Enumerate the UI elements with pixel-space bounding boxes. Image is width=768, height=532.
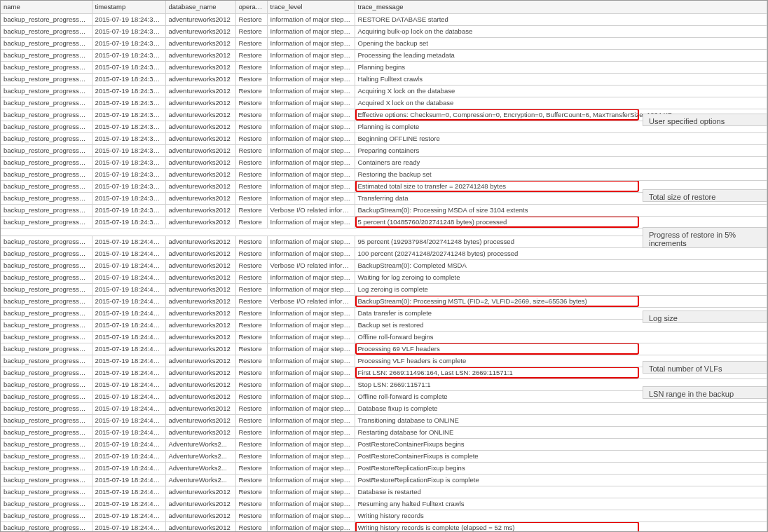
cell-trace-level: Information of major steps in ...: [267, 462, 355, 474]
table-row[interactable]: backup_restore_progress_trace2015-07-19 …: [1, 85, 767, 97]
col-operation[interactable]: operati...: [235, 1, 267, 13]
cell-operation: Restore: [235, 121, 267, 132]
table-row[interactable]: backup_restore_progress_trace2015-07-19 …: [1, 168, 767, 180]
cell-database-name: adventureworks2012: [165, 283, 235, 295]
cell-trace-message: Beginning OFFLINE restore: [355, 132, 767, 144]
cell-name: backup_restore_progress_trace: [1, 37, 92, 49]
cell-name: backup_restore_progress_trace: [1, 438, 92, 450]
cell-operation: Restore: [235, 390, 267, 402]
cell-trace-level: Information of major steps in ...: [267, 168, 355, 180]
table-row[interactable]: backup_restore_progress_trace2015-07-19 …: [1, 295, 767, 307]
cell-name: backup_restore_progress_trace: [1, 367, 92, 378]
cell-timestamp: 2015-07-19 18:24:40...: [92, 259, 165, 271]
cell-timestamp: 2015-07-19 18:24:38...: [92, 121, 165, 132]
table-row[interactable]: backup_restore_progress_trace2015-07-19 …: [1, 414, 767, 426]
table-row[interactable]: backup_restore_progress_trace2015-07-19 …: [1, 259, 767, 271]
table-row[interactable]: backup_restore_progress_trace2015-07-19 …: [1, 438, 767, 450]
table-row[interactable]: backup_restore_progress_trace2015-07-19 …: [1, 402, 767, 414]
cell-operation: Restore: [235, 85, 267, 97]
col-timestamp[interactable]: timestamp: [92, 1, 165, 13]
cell-trace-message: Acquiring bulk-op lock on the database: [355, 25, 767, 37]
cell-name: backup_restore_progress_trace: [1, 295, 92, 307]
cell-operation: Restore: [235, 462, 267, 474]
cell-database-name: adventureworks2012: [165, 216, 235, 228]
col-trace-message[interactable]: trace_message: [355, 1, 767, 13]
col-name[interactable]: name: [1, 1, 92, 13]
cell-trace-message: Writing history records: [355, 510, 767, 521]
cell-name: backup_restore_progress_trace: [1, 204, 92, 216]
cell-operation: Restore: [235, 331, 267, 343]
table-row[interactable]: backup_restore_progress_trace2015-07-19 …: [1, 13, 767, 25]
cell-trace-message: Database is restarted: [355, 486, 767, 498]
cell-operation: Restore: [235, 49, 267, 61]
cell-timestamp: 2015-07-19 18:24:44...: [92, 474, 165, 486]
cell-database-name: adventureworks2012: [165, 156, 235, 168]
cell-trace-message: PostRestoreReplicationFixup is complete: [355, 474, 767, 486]
cell-operation: Restore: [235, 498, 267, 510]
cell-trace-level: Information of major steps in ...: [267, 247, 355, 259]
cell-name: backup_restore_progress_trace: [1, 192, 92, 204]
cell-timestamp: 2015-07-19 18:24:38...: [92, 192, 165, 204]
cell-database-name: adventureworks2012: [165, 355, 235, 367]
col-database-name[interactable]: database_name: [165, 1, 235, 13]
cell-name: backup_restore_progress_trace: [1, 259, 92, 271]
annotation-label: Progress of restore in 5% increments: [643, 227, 767, 248]
table-row[interactable]: backup_restore_progress_trace2015-07-19 …: [1, 97, 767, 109]
table-row[interactable]: backup_restore_progress_trace2015-07-19 …: [1, 486, 767, 498]
table-row[interactable]: backup_restore_progress_trace2015-07-19 …: [1, 450, 767, 462]
cell-trace-level: Information of major steps in ...: [267, 319, 355, 331]
cell-name: backup_restore_progress_trace: [1, 109, 92, 121]
cell-trace-level: Information of major steps in ...: [267, 37, 355, 49]
table-row[interactable]: backup_restore_progress_trace2015-07-19 …: [1, 462, 767, 474]
cell-database-name: AdventureWorks2...: [165, 450, 235, 462]
cell-timestamp: 2015-07-19 18:24:38...: [92, 204, 165, 216]
table-row[interactable]: backup_restore_progress_trace2015-07-19 …: [1, 247, 767, 259]
table-row[interactable]: backup_restore_progress_trace2015-07-19 …: [1, 204, 767, 216]
cell-name: backup_restore_progress_trace: [1, 307, 92, 319]
cell-trace-level: Information of major steps in ...: [267, 144, 355, 156]
table-row[interactable]: backup_restore_progress_trace2015-07-19 …: [1, 343, 767, 355]
table-row[interactable]: backup_restore_progress_trace2015-07-19 …: [1, 61, 767, 73]
cell-operation: Restore: [235, 307, 267, 319]
header-row[interactable]: name timestamp database_name operati... …: [1, 1, 767, 13]
cell-name: backup_restore_progress_trace: [1, 156, 92, 168]
cell-timestamp: 2015-07-19 18:24:44...: [92, 402, 165, 414]
table-row[interactable]: backup_restore_progress_trace2015-07-19 …: [1, 73, 767, 85]
table-row[interactable]: backup_restore_progress_trace2015-07-19 …: [1, 132, 767, 144]
col-trace-level[interactable]: trace_level: [267, 1, 355, 13]
cell-trace-level: Information of major steps in ...: [267, 216, 355, 228]
table-row[interactable]: backup_restore_progress_trace2015-07-19 …: [1, 25, 767, 37]
cell-timestamp: 2015-07-19 18:24:38...: [92, 156, 165, 168]
cell-database-name: adventureworks2012: [165, 343, 235, 355]
table-row[interactable]: backup_restore_progress_trace2015-07-19 …: [1, 283, 767, 295]
cell-database-name: adventureworks2012: [165, 378, 235, 390]
table-row[interactable]: backup_restore_progress_trace2015-07-19 …: [1, 521, 767, 532]
cell-trace-level: Information of major steps in ...: [267, 426, 355, 438]
cell-timestamp: 2015-07-19 18:24:38...: [92, 49, 165, 61]
cell-database-name: adventureworks2012: [165, 61, 235, 73]
table-row[interactable]: backup_restore_progress_trace2015-07-19 …: [1, 216, 767, 228]
cell-trace-message: Transitioning database to ONLINE: [355, 414, 767, 426]
highlight-box: [355, 216, 639, 228]
cell-timestamp: 2015-07-19 18:24:38...: [92, 73, 165, 85]
cell-operation: Restore: [235, 367, 267, 378]
table-row[interactable]: backup_restore_progress_trace2015-07-19 …: [1, 144, 767, 156]
table-row[interactable]: backup_restore_progress_trace2015-07-19 …: [1, 498, 767, 510]
cell-timestamp: 2015-07-19 18:24:44...: [92, 510, 165, 521]
table-row[interactable]: backup_restore_progress_trace2015-07-19 …: [1, 426, 767, 438]
cell-database-name: adventureworks2012: [165, 37, 235, 49]
trace-grid[interactable]: name timestamp database_name operati... …: [1, 1, 767, 532]
cell-trace-level: Information of major steps in ...: [267, 474, 355, 486]
cell-timestamp: 2015-07-19 18:24:38...: [92, 216, 165, 228]
table-row[interactable]: backup_restore_progress_trace2015-07-19 …: [1, 331, 767, 343]
table-row[interactable]: backup_restore_progress_trace2015-07-19 …: [1, 510, 767, 521]
table-row[interactable]: backup_restore_progress_trace2015-07-19 …: [1, 49, 767, 61]
cell-timestamp: 2015-07-19 18:24:44...: [92, 486, 165, 498]
cell-trace-level: Information of major steps in ...: [267, 498, 355, 510]
cell-trace-message: Log zeroing is complete: [355, 283, 767, 295]
table-row[interactable]: backup_restore_progress_trace2015-07-19 …: [1, 156, 767, 168]
table-row[interactable]: backup_restore_progress_trace2015-07-19 …: [1, 271, 767, 283]
table-row[interactable]: backup_restore_progress_trace2015-07-19 …: [1, 474, 767, 486]
cell-trace-level: Information of major steps in ...: [267, 132, 355, 144]
table-row[interactable]: backup_restore_progress_trace2015-07-19 …: [1, 37, 767, 49]
